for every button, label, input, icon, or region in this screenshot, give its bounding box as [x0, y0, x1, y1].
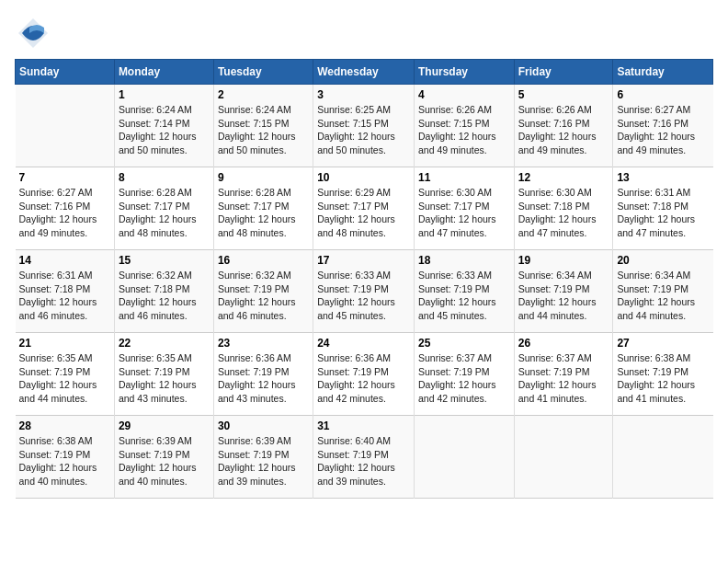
day-number: 13 [617, 171, 709, 184]
day-info: Sunrise: 6:36 AM Sunset: 7:19 PM Dayligh… [317, 351, 410, 406]
calendar-week-row: 28Sunrise: 6:38 AM Sunset: 7:19 PM Dayli… [16, 416, 713, 499]
calendar-cell: 8Sunrise: 6:28 AM Sunset: 7:17 PM Daylig… [114, 167, 213, 250]
day-number: 17 [317, 254, 410, 267]
calendar-cell [16, 85, 115, 167]
day-info: Sunrise: 6:37 AM Sunset: 7:19 PM Dayligh… [518, 351, 609, 406]
calendar-cell: 3Sunrise: 6:25 AM Sunset: 7:15 PM Daylig… [313, 85, 415, 167]
day-info: Sunrise: 6:39 AM Sunset: 7:19 PM Dayligh… [119, 434, 210, 488]
day-info: Sunrise: 6:29 AM Sunset: 7:17 PM Dayligh… [317, 186, 410, 240]
calendar-cell: 30Sunrise: 6:39 AM Sunset: 7:19 PM Dayli… [213, 416, 313, 499]
day-number: 5 [518, 88, 609, 101]
calendar-cell: 6Sunrise: 6:27 AM Sunset: 7:16 PM Daylig… [613, 85, 713, 167]
day-number: 26 [518, 337, 609, 350]
day-number: 6 [617, 88, 709, 101]
day-info: Sunrise: 6:28 AM Sunset: 7:17 PM Dayligh… [218, 186, 309, 240]
day-number: 16 [218, 254, 309, 267]
day-of-week-header: Wednesday [313, 60, 415, 85]
day-number: 24 [317, 337, 410, 350]
calendar-cell: 2Sunrise: 6:24 AM Sunset: 7:15 PM Daylig… [213, 85, 313, 167]
day-number: 25 [418, 337, 510, 350]
day-info: Sunrise: 6:26 AM Sunset: 7:16 PM Dayligh… [518, 103, 609, 157]
calendar-cell: 26Sunrise: 6:37 AM Sunset: 7:19 PM Dayli… [514, 333, 613, 416]
day-info: Sunrise: 6:34 AM Sunset: 7:19 PM Dayligh… [518, 269, 609, 323]
day-of-week-header: Saturday [613, 60, 713, 85]
day-info: Sunrise: 6:35 AM Sunset: 7:19 PM Dayligh… [19, 351, 110, 406]
calendar-cell: 25Sunrise: 6:37 AM Sunset: 7:19 PM Dayli… [414, 333, 514, 416]
day-number: 12 [518, 171, 609, 184]
day-info: Sunrise: 6:38 AM Sunset: 7:19 PM Dayligh… [19, 434, 110, 488]
day-of-week-header: Sunday [16, 60, 115, 85]
day-of-week-header: Monday [114, 60, 213, 85]
day-number: 21 [19, 337, 110, 350]
calendar-cell: 27Sunrise: 6:38 AM Sunset: 7:19 PM Dayli… [613, 333, 713, 416]
calendar-cell: 13Sunrise: 6:31 AM Sunset: 7:18 PM Dayli… [613, 167, 713, 250]
day-info: Sunrise: 6:24 AM Sunset: 7:14 PM Dayligh… [119, 103, 210, 157]
page-header [15, 15, 713, 52]
day-number: 9 [218, 171, 309, 184]
day-info: Sunrise: 6:25 AM Sunset: 7:15 PM Dayligh… [317, 103, 410, 157]
day-number: 1 [119, 88, 210, 101]
day-info: Sunrise: 6:37 AM Sunset: 7:19 PM Dayligh… [418, 351, 510, 406]
day-info: Sunrise: 6:38 AM Sunset: 7:19 PM Dayligh… [617, 351, 709, 406]
calendar-cell: 11Sunrise: 6:30 AM Sunset: 7:17 PM Dayli… [414, 167, 514, 250]
day-number: 20 [617, 254, 709, 267]
day-number: 14 [19, 254, 110, 267]
day-info: Sunrise: 6:40 AM Sunset: 7:19 PM Dayligh… [317, 434, 410, 488]
day-number: 10 [317, 171, 410, 184]
calendar-cell: 4Sunrise: 6:26 AM Sunset: 7:15 PM Daylig… [414, 85, 514, 167]
day-number: 22 [119, 337, 210, 350]
calendar-cell: 20Sunrise: 6:34 AM Sunset: 7:19 PM Dayli… [613, 250, 713, 333]
calendar-cell: 18Sunrise: 6:33 AM Sunset: 7:19 PM Dayli… [414, 250, 514, 333]
day-info: Sunrise: 6:36 AM Sunset: 7:19 PM Dayligh… [218, 351, 309, 406]
day-number: 31 [317, 419, 410, 432]
day-of-week-header: Tuesday [213, 60, 313, 85]
day-number: 28 [19, 419, 110, 432]
day-info: Sunrise: 6:31 AM Sunset: 7:18 PM Dayligh… [617, 186, 709, 240]
calendar-cell: 10Sunrise: 6:29 AM Sunset: 7:17 PM Dayli… [313, 167, 415, 250]
calendar-cell: 21Sunrise: 6:35 AM Sunset: 7:19 PM Dayli… [16, 333, 115, 416]
calendar-cell: 31Sunrise: 6:40 AM Sunset: 7:19 PM Dayli… [313, 416, 415, 499]
calendar-cell: 15Sunrise: 6:32 AM Sunset: 7:18 PM Dayli… [114, 250, 213, 333]
day-info: Sunrise: 6:27 AM Sunset: 7:16 PM Dayligh… [19, 186, 110, 240]
calendar-cell: 9Sunrise: 6:28 AM Sunset: 7:17 PM Daylig… [213, 167, 313, 250]
calendar-cell: 28Sunrise: 6:38 AM Sunset: 7:19 PM Dayli… [16, 416, 115, 499]
day-number: 23 [218, 337, 309, 350]
day-of-week-header: Thursday [414, 60, 514, 85]
calendar-week-row: 7Sunrise: 6:27 AM Sunset: 7:16 PM Daylig… [16, 167, 713, 250]
calendar-cell: 17Sunrise: 6:33 AM Sunset: 7:19 PM Dayli… [313, 250, 415, 333]
calendar-cell: 22Sunrise: 6:35 AM Sunset: 7:19 PM Dayli… [114, 333, 213, 416]
calendar-cell: 7Sunrise: 6:27 AM Sunset: 7:16 PM Daylig… [16, 167, 115, 250]
day-number: 15 [119, 254, 210, 267]
calendar-header: SundayMondayTuesdayWednesdayThursdayFrid… [16, 60, 713, 85]
day-info: Sunrise: 6:34 AM Sunset: 7:19 PM Dayligh… [617, 269, 709, 323]
day-info: Sunrise: 6:35 AM Sunset: 7:19 PM Dayligh… [119, 351, 210, 406]
day-number: 19 [518, 254, 609, 267]
day-info: Sunrise: 6:24 AM Sunset: 7:15 PM Dayligh… [218, 103, 309, 157]
day-info: Sunrise: 6:31 AM Sunset: 7:18 PM Dayligh… [19, 269, 110, 323]
day-number: 27 [617, 337, 709, 350]
logo [15, 15, 55, 52]
day-info: Sunrise: 6:27 AM Sunset: 7:16 PM Dayligh… [617, 103, 709, 157]
day-info: Sunrise: 6:30 AM Sunset: 7:17 PM Dayligh… [418, 186, 510, 240]
calendar-cell: 24Sunrise: 6:36 AM Sunset: 7:19 PM Dayli… [313, 333, 415, 416]
calendar-table: SundayMondayTuesdayWednesdayThursdayFrid… [15, 59, 713, 499]
calendar-body: 1Sunrise: 6:24 AM Sunset: 7:14 PM Daylig… [16, 85, 713, 499]
calendar-cell: 19Sunrise: 6:34 AM Sunset: 7:19 PM Dayli… [514, 250, 613, 333]
calendar-week-row: 1Sunrise: 6:24 AM Sunset: 7:14 PM Daylig… [16, 85, 713, 167]
day-number: 2 [218, 88, 309, 101]
calendar-cell [514, 416, 613, 499]
day-number: 11 [418, 171, 510, 184]
day-number: 3 [317, 88, 410, 101]
day-info: Sunrise: 6:39 AM Sunset: 7:19 PM Dayligh… [218, 434, 309, 488]
day-info: Sunrise: 6:32 AM Sunset: 7:18 PM Dayligh… [119, 269, 210, 323]
day-info: Sunrise: 6:33 AM Sunset: 7:19 PM Dayligh… [418, 269, 510, 323]
day-of-week-header: Friday [514, 60, 613, 85]
calendar-cell: 12Sunrise: 6:30 AM Sunset: 7:18 PM Dayli… [514, 167, 613, 250]
day-number: 18 [418, 254, 510, 267]
day-info: Sunrise: 6:26 AM Sunset: 7:15 PM Dayligh… [418, 103, 510, 157]
day-number: 7 [19, 171, 110, 184]
calendar-cell: 14Sunrise: 6:31 AM Sunset: 7:18 PM Dayli… [16, 250, 115, 333]
calendar-cell: 23Sunrise: 6:36 AM Sunset: 7:19 PM Dayli… [213, 333, 313, 416]
day-info: Sunrise: 6:33 AM Sunset: 7:19 PM Dayligh… [317, 269, 410, 323]
logo-icon [15, 15, 51, 52]
